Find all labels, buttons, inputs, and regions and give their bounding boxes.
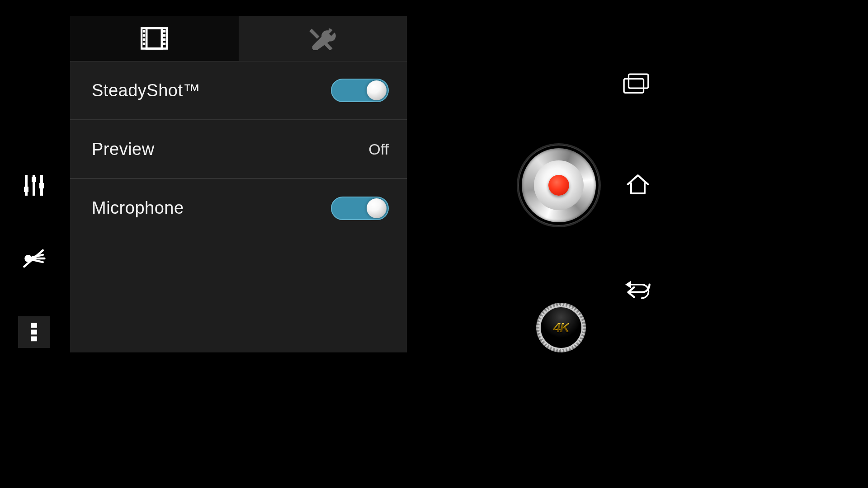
svg-rect-11 xyxy=(31,323,37,328)
settings-tabs xyxy=(70,16,407,61)
svg-rect-25 xyxy=(323,41,332,50)
svg-rect-24 xyxy=(309,29,319,39)
back-button[interactable] xyxy=(624,276,651,303)
tab-tools[interactable] xyxy=(239,16,407,61)
tools-icon xyxy=(309,27,336,50)
back-icon xyxy=(624,281,651,298)
row-label: SteadyShot™ xyxy=(92,81,200,100)
row-microphone[interactable]: Microphone xyxy=(70,178,407,237)
svg-rect-4 xyxy=(32,177,36,182)
svg-rect-12 xyxy=(31,330,37,335)
row-label: Microphone xyxy=(92,198,184,218)
svg-rect-17 xyxy=(143,34,146,37)
home-icon xyxy=(624,171,651,198)
svg-rect-3 xyxy=(24,187,28,192)
home-button[interactable] xyxy=(624,171,651,198)
row-label: Preview xyxy=(92,140,155,159)
record-button[interactable] xyxy=(518,145,599,226)
gallery-button[interactable] xyxy=(622,72,650,95)
record-ring xyxy=(522,148,596,222)
svg-rect-22 xyxy=(163,38,166,41)
svg-rect-16 xyxy=(143,30,146,33)
adjust-button[interactable] xyxy=(16,167,52,203)
svg-rect-26 xyxy=(624,79,643,93)
record-inner xyxy=(534,160,584,210)
svg-line-8 xyxy=(32,260,42,262)
svg-rect-21 xyxy=(163,34,166,37)
toggle-knob xyxy=(367,198,387,218)
svg-rect-23 xyxy=(163,42,166,45)
row-preview[interactable]: Preview Off xyxy=(70,120,407,178)
toggle-microphone[interactable] xyxy=(331,197,389,220)
svg-rect-5 xyxy=(39,183,44,188)
adjust-icon xyxy=(22,173,46,197)
tab-video[interactable] xyxy=(70,16,239,61)
toggle-knob xyxy=(367,80,387,100)
flash-off-button[interactable] xyxy=(16,240,52,277)
svg-rect-13 xyxy=(31,336,37,341)
overflow-menu-icon xyxy=(22,320,46,344)
right-controls: 4K xyxy=(468,0,658,369)
gallery-icon xyxy=(622,72,650,95)
mode-button[interactable]: 4K xyxy=(536,303,586,352)
row-steadyshot[interactable]: SteadyShot™ xyxy=(70,61,407,120)
svg-rect-19 xyxy=(143,42,146,45)
toggle-steadyshot[interactable] xyxy=(331,79,389,102)
settings-panel: SteadyShot™ Preview Off Microphone xyxy=(70,16,407,352)
svg-rect-20 xyxy=(163,30,166,33)
mode-label: 4K xyxy=(553,320,569,335)
record-dot-icon xyxy=(548,175,569,196)
flash-off-icon xyxy=(22,246,46,271)
left-toolbar xyxy=(0,0,68,369)
svg-rect-27 xyxy=(628,74,648,88)
overflow-menu-button[interactable] xyxy=(18,316,50,348)
row-value: Off xyxy=(368,141,389,158)
svg-rect-18 xyxy=(143,38,146,41)
camera-app: SteadyShot™ Preview Off Microphone xyxy=(0,0,658,369)
film-icon xyxy=(141,27,168,50)
svg-rect-15 xyxy=(146,28,162,49)
mode-inner: 4K xyxy=(539,306,583,349)
